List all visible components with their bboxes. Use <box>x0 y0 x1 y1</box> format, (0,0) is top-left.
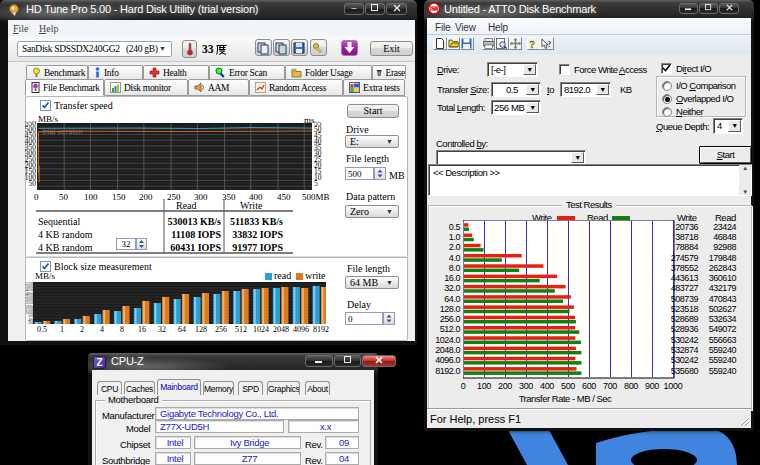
svg-text:?: ? <box>547 39 551 48</box>
svg-text:?: ? <box>530 38 535 50</box>
svg-text:ATTO: ATTO <box>430 7 439 11</box>
